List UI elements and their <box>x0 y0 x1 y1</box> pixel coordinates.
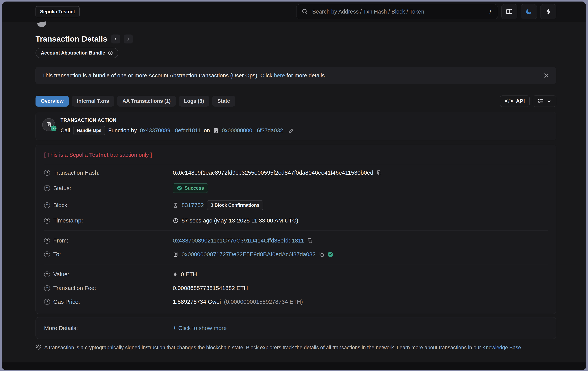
aa-info-banner: This transaction is a bundle of one or m… <box>35 67 556 84</box>
explorer-window: Sepolia Testnet / <box>2 1 586 370</box>
edit-name-button[interactable] <box>288 128 294 134</box>
question-icon[interactable]: ? <box>44 170 50 176</box>
action-body: TRANSACTION ACTION Call Handle Ops Funct… <box>61 116 294 135</box>
page-title: Transaction Details <box>35 34 107 43</box>
question-icon[interactable]: ? <box>44 251 50 257</box>
gas-price-value: 1.589278734 Gwei <box>173 299 221 305</box>
copy-hash-button[interactable] <box>376 170 382 176</box>
timestamp-label: Timestamp: <box>53 217 83 224</box>
to-address-link[interactable]: 0x0000000071727De22E5E9d8BAf0edAc6f37da0… <box>182 251 315 258</box>
question-icon[interactable]: ? <box>44 285 50 291</box>
gas-price-label: Gas Price: <box>53 299 80 305</box>
status-badge-label: Success <box>185 185 204 191</box>
copy-icon <box>319 251 324 257</box>
to-label: To: <box>53 251 61 258</box>
testnet-notice-bold: Testnet <box>89 152 108 158</box>
testnet-notice-prefix: [ This is a Sepolia <box>44 152 89 158</box>
network-badge[interactable]: Sepolia Testnet <box>35 6 80 17</box>
call-label: Call <box>61 127 70 134</box>
status-badge: Success <box>173 183 208 193</box>
tab-internal-txns[interactable]: Internal Txns <box>72 96 114 107</box>
api-button[interactable]: </> API <box>500 96 530 107</box>
search-input[interactable] <box>312 9 484 15</box>
api-button-label: API <box>516 98 525 104</box>
block-number-link[interactable]: 8317752 <box>182 202 204 208</box>
copy-from-button[interactable] <box>307 238 313 243</box>
lightbulb-icon <box>35 344 42 351</box>
transaction-action-card: </> TRANSACTION ACTION Call Handle Ops F… <box>35 112 556 140</box>
question-icon[interactable]: ? <box>44 202 50 208</box>
method-chip[interactable]: Handle Ops <box>73 126 105 135</box>
row-timestamp: ? Timestamp: 57 secs ago (May-13-2025 11… <box>44 214 548 227</box>
row-more-details: More Details: + Click to show more <box>44 321 548 335</box>
main-content: Transaction Details Account Abstraction … <box>2 22 586 362</box>
show-more-link[interactable]: + Click to show more <box>173 324 227 331</box>
search-icon <box>301 8 308 15</box>
banner-here-link[interactable]: here <box>274 72 285 79</box>
hourglass-icon <box>173 202 178 208</box>
testnet-notice: [ This is a Sepolia Testnet transaction … <box>44 152 548 158</box>
chevron-down-icon <box>546 99 552 104</box>
code-icon: </> <box>505 98 513 104</box>
docs-button[interactable] <box>501 4 517 19</box>
theme-toggle-button[interactable] <box>521 4 537 19</box>
question-icon[interactable]: ? <box>44 299 50 305</box>
search-box[interactable]: / <box>296 4 498 19</box>
from-address-link[interactable]: 0x433700890211c1C776C391D414Cffd38efdd18… <box>173 237 304 244</box>
action-line: Call Handle Ops Function by 0x43370089..… <box>61 126 294 135</box>
copy-icon <box>376 170 382 176</box>
footer-tip: A transaction is a cryptographically sig… <box>35 344 556 351</box>
question-icon[interactable]: ? <box>44 271 50 277</box>
caller-address-link[interactable]: 0x43370089...8efdd1811 <box>140 127 201 134</box>
display-options-button[interactable] <box>533 96 556 107</box>
top-bar: Sepolia Testnet / <box>2 1 586 22</box>
timestamp-value: 57 secs ago (May-13-2025 11:33:00 AM UTC… <box>182 217 298 224</box>
next-transaction-button[interactable] <box>124 34 133 43</box>
question-icon[interactable]: ? <box>44 185 50 191</box>
transaction-hash-value: 0x6c148e9f1eac8972fd9cb3255e00595f2ed847… <box>173 170 373 176</box>
eth-glyph-icon <box>173 272 178 277</box>
row-value: ? Value: 0 ETH <box>44 268 548 281</box>
search-cluster: / <box>296 4 556 19</box>
more-details-card: More Details: + Click to show more <box>35 317 556 339</box>
banner-text-after: for more details. <box>285 72 326 79</box>
contract-icon <box>173 251 178 257</box>
tab-state[interactable]: State <box>212 96 235 107</box>
row-transaction-hash: ? Transaction Hash: 0x6c148e9f1eac8972fd… <box>44 166 548 180</box>
knowledge-base-link[interactable]: Knowledge Base. <box>483 345 523 351</box>
code-badge-icon: </> <box>50 125 57 132</box>
status-label: Status: <box>53 185 71 191</box>
tab-overview[interactable]: Overview <box>35 96 69 107</box>
banner-text-before: This transaction is a bundle of one or m… <box>42 72 274 79</box>
chevron-right-icon <box>126 37 131 41</box>
ethereum-icon <box>545 8 552 15</box>
pencil-icon <box>288 128 294 134</box>
title-row: Transaction Details <box>35 34 556 43</box>
check-circle-icon <box>177 185 182 191</box>
fee-label: Transaction Fee: <box>53 285 96 291</box>
transaction-details-card: [ This is a Sepolia Testnet transaction … <box>35 145 556 314</box>
tabs-row: Overview Internal Txns AA Transactions (… <box>35 96 556 107</box>
prev-transaction-button[interactable] <box>111 34 120 43</box>
banner-close-button[interactable] <box>543 72 550 79</box>
question-icon[interactable]: ? <box>44 238 50 244</box>
value-amount: 0 ETH <box>181 271 197 278</box>
header-actions: </> API <box>500 96 556 107</box>
aa-bundle-badge[interactable]: Account Abstraction Bundle <box>35 48 118 58</box>
tab-aa-transactions[interactable]: AA Transactions (1) <box>117 96 176 107</box>
row-status: ? Status: Success <box>44 180 548 197</box>
from-label: From: <box>53 237 68 244</box>
block-confirmations-badge: 3 Block Confirmations <box>207 200 263 210</box>
target-contract-link[interactable]: 0x00000000...6f37da032 <box>222 127 283 134</box>
question-icon[interactable]: ? <box>44 218 50 224</box>
copy-to-button[interactable] <box>319 251 324 257</box>
book-icon <box>506 8 513 15</box>
action-avatar: </> <box>42 118 55 131</box>
testnet-notice-suffix: transaction only ] <box>108 152 152 158</box>
network-menu-button[interactable] <box>540 4 556 19</box>
tab-logs[interactable]: Logs (3) <box>179 96 209 107</box>
verified-check-icon <box>327 251 333 257</box>
row-from: ? From: 0x433700890211c1C776C391D414Cffd… <box>44 234 548 248</box>
chevron-left-icon <box>113 37 118 41</box>
on-label: on <box>204 127 210 134</box>
